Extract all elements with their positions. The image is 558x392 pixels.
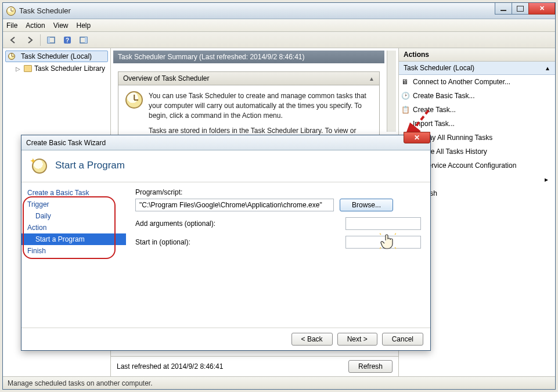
- next-button[interactable]: Next >: [337, 333, 377, 346]
- action-create-task[interactable]: 📋 Create Task...: [399, 103, 555, 117]
- clock-icon: [125, 91, 143, 109]
- chevron-right-icon: ▸: [545, 175, 548, 184]
- app-title: Task Scheduler: [19, 6, 71, 15]
- show-hide-console-tree-button[interactable]: [44, 34, 58, 46]
- app-clock-icon: [6, 6, 16, 16]
- startin-label: Start in (optional):: [135, 238, 228, 246]
- cancel-button[interactable]: Cancel: [382, 333, 423, 346]
- wizard-dialog: Create Basic Task Wizard ✕ ✦ Start a Pro…: [21, 135, 431, 351]
- nav-action[interactable]: Action: [21, 222, 126, 233]
- import-icon: [401, 120, 409, 128]
- menu-help[interactable]: Help: [77, 21, 91, 30]
- tree-expand-icon[interactable]: ▷: [16, 66, 20, 72]
- scrollbar[interactable]: [387, 51, 396, 132]
- wizard-heading: Start a Program: [55, 160, 125, 171]
- action-connect[interactable]: 🖥 Connect to Another Computer...: [399, 75, 555, 89]
- computer-icon: 🖥: [401, 78, 409, 86]
- nav-create-basic-task[interactable]: Create a Basic Task: [21, 187, 126, 199]
- show-hide-action-pane-button[interactable]: [77, 34, 91, 46]
- clock-icon: 🕑: [401, 92, 409, 100]
- summary-header: Task Scheduler Summary (Last refreshed: …: [113, 51, 384, 63]
- overview-p1: You can use Task Scheduler to create and…: [149, 91, 372, 120]
- menu-file[interactable]: File: [6, 21, 17, 30]
- back-button[interactable]: < Back: [291, 333, 333, 346]
- wizard-clock-icon: ✦: [30, 156, 48, 175]
- nav-finish[interactable]: Finish: [21, 245, 126, 257]
- menubar: File Action View Help: [3, 19, 555, 32]
- svg-text:?: ?: [66, 37, 69, 44]
- wizard-titlebar: Create Basic Task Wizard ✕: [21, 135, 430, 150]
- wizard-form: Program/script: Browse... Add arguments …: [126, 182, 430, 328]
- startin-input[interactable]: [345, 236, 421, 249]
- overview-title: Overview of Task Scheduler: [123, 74, 210, 82]
- program-script-input[interactable]: [135, 199, 334, 211]
- statusbar: Manage scheduled tasks on another comput…: [3, 376, 555, 389]
- wizard-header: ✦ Start a Program: [21, 150, 430, 182]
- titlebar: Task Scheduler: [3, 3, 555, 19]
- menu-view[interactable]: View: [53, 21, 69, 30]
- toolbar-divider: [40, 34, 41, 46]
- menu-action[interactable]: Action: [26, 21, 45, 30]
- maximize-button[interactable]: [512, 3, 529, 15]
- tree-library-label: Task Scheduler Library: [34, 64, 105, 73]
- close-button[interactable]: [528, 3, 555, 15]
- overview-panel: Overview of Task Scheduler ▲ You can use…: [118, 71, 380, 139]
- tree-root[interactable]: Task Scheduler (Local): [5, 51, 108, 62]
- tree-root-label: Task Scheduler (Local): [21, 52, 92, 60]
- help-button[interactable]: ?: [60, 34, 74, 46]
- minimize-button[interactable]: [495, 3, 512, 15]
- task-icon: 📋: [401, 106, 409, 114]
- args-label: Add arguments (optional):: [135, 220, 228, 228]
- program-label: Program/script:: [135, 188, 421, 196]
- status-text: Manage scheduled tasks on another comput…: [8, 379, 153, 387]
- actions-subheader[interactable]: Task Scheduler (Local) ▲: [399, 62, 555, 75]
- nav-trigger[interactable]: Trigger: [21, 199, 126, 210]
- folder-icon: [24, 65, 32, 72]
- tree-library[interactable]: ▷ Task Scheduler Library: [5, 63, 108, 74]
- actions-header: Actions: [399, 48, 555, 62]
- action-create-basic-task[interactable]: 🕑 Create Basic Task...: [399, 89, 555, 103]
- wizard-nav: Create a Basic Task Trigger Daily Action…: [21, 182, 126, 328]
- wizard-title-text: Create Basic Task Wizard: [26, 139, 106, 147]
- svg-rect-5: [85, 37, 87, 43]
- svg-rect-1: [48, 37, 50, 43]
- nav-forward-button[interactable]: [23, 34, 37, 46]
- center-footer: Last refreshed at 2014/9/2 8:46:41 Refre…: [111, 356, 398, 376]
- nav-back-button[interactable]: [6, 34, 20, 46]
- refresh-button[interactable]: Refresh: [348, 360, 393, 373]
- browse-button[interactable]: Browse...: [340, 199, 393, 211]
- wizard-close-button[interactable]: ✕: [404, 132, 430, 143]
- arguments-input[interactable]: [345, 217, 421, 230]
- collapse-icon[interactable]: ▲: [545, 65, 550, 71]
- action-import-task[interactable]: Import Task...: [399, 117, 555, 131]
- overview-header[interactable]: Overview of Task Scheduler ▲: [118, 72, 379, 85]
- nav-daily[interactable]: Daily: [21, 210, 126, 222]
- toolbar: ?: [3, 32, 555, 48]
- actions-sub-label: Task Scheduler (Local): [404, 64, 474, 72]
- wizard-footer: < Back Next > Cancel: [21, 328, 430, 350]
- nav-start-program[interactable]: Start a Program: [21, 233, 126, 245]
- collapse-icon[interactable]: ▲: [369, 75, 375, 82]
- last-refreshed-label: Last refreshed at 2014/9/2 8:46:41: [117, 362, 223, 371]
- clock-icon: [8, 53, 15, 60]
